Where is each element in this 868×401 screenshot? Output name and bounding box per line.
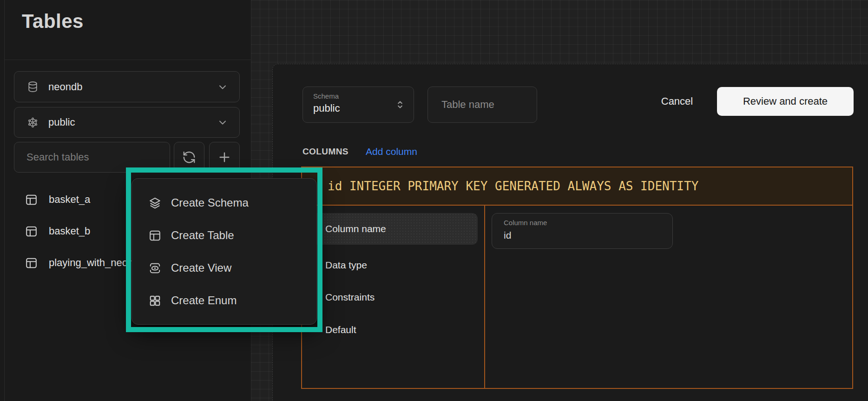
sidebar-divider bbox=[5, 60, 251, 60]
property-tab-label: Constraints bbox=[325, 292, 375, 303]
property-tab-label: Column name bbox=[325, 223, 386, 234]
table-icon bbox=[24, 224, 39, 239]
schema-field-value: public bbox=[313, 102, 340, 114]
column-name-input-label: Column name bbox=[504, 219, 547, 227]
columns-section-heading: COLUMNS bbox=[302, 147, 349, 157]
add-column-link[interactable]: Add column bbox=[366, 146, 417, 157]
table-icon bbox=[24, 193, 39, 207]
refresh-icon bbox=[182, 150, 196, 164]
property-tab-data-type[interactable]: Data type bbox=[307, 249, 478, 281]
tables-page: Tables neondb bbox=[0, 0, 868, 401]
add-table-button[interactable] bbox=[209, 142, 240, 173]
view-icon bbox=[148, 261, 162, 275]
property-tab-column-name[interactable]: Column name bbox=[307, 213, 478, 245]
column-name-input-value: id bbox=[504, 230, 511, 241]
layers-icon bbox=[148, 196, 162, 210]
menu-item-label: Create Schema bbox=[171, 196, 249, 209]
sidebar-left-border bbox=[4, 0, 5, 401]
menu-item-create-view[interactable]: Create View bbox=[132, 252, 316, 284]
schema-field-select[interactable]: Schema public bbox=[302, 87, 414, 123]
refresh-tables-button[interactable] bbox=[174, 142, 204, 173]
schema-select-value: public bbox=[48, 116, 208, 128]
column-editor-body: Column name Data type Constraints Defaul… bbox=[302, 206, 852, 388]
menu-item-create-enum[interactable]: Create Enum bbox=[132, 284, 316, 317]
chevrons-up-down-icon bbox=[394, 99, 406, 111]
chevron-down-icon bbox=[217, 117, 228, 128]
column-detail-pane: Column name id bbox=[485, 206, 852, 388]
property-tab-default[interactable]: Default bbox=[307, 314, 478, 346]
cancel-button[interactable]: Cancel bbox=[650, 91, 704, 112]
menu-item-label: Create Enum bbox=[171, 294, 237, 307]
schema-icon bbox=[26, 116, 39, 129]
create-context-menu: Create Schema Create Table Create View bbox=[132, 178, 317, 325]
database-icon bbox=[26, 80, 39, 93]
menu-item-label: Create View bbox=[171, 261, 231, 274]
chevron-down-icon bbox=[217, 81, 228, 93]
table-name-input[interactable] bbox=[427, 87, 537, 123]
schema-select[interactable]: public bbox=[14, 107, 240, 138]
review-and-create-button[interactable]: Review and create bbox=[717, 87, 854, 116]
page-title: Tables bbox=[22, 10, 84, 33]
table-name: basket_a bbox=[49, 194, 90, 206]
menu-item-create-schema[interactable]: Create Schema bbox=[132, 187, 316, 219]
menu-item-label: Create Table bbox=[171, 229, 234, 242]
column-name-input[interactable]: Column name id bbox=[492, 213, 673, 249]
property-tab-label: Default bbox=[325, 324, 356, 335]
property-tab-constraints[interactable]: Constraints bbox=[307, 281, 478, 313]
table-name: basket_b bbox=[49, 225, 90, 237]
plus-icon bbox=[217, 150, 232, 165]
search-tables-input[interactable] bbox=[14, 142, 170, 173]
table-icon bbox=[24, 256, 39, 270]
schema-field-label: Schema bbox=[313, 92, 339, 100]
enum-icon bbox=[148, 294, 162, 308]
database-select-value: neondb bbox=[48, 81, 208, 93]
property-tab-label: Data type bbox=[325, 260, 367, 271]
column-properties-pane: Column name Data type Constraints Defaul… bbox=[302, 206, 484, 388]
table-name: playing_with_neon bbox=[49, 257, 133, 269]
table-icon bbox=[148, 228, 162, 243]
column-sql-preview: id INTEGER PRIMARY KEY GENERATED ALWAYS … bbox=[302, 167, 852, 206]
menu-item-create-table[interactable]: Create Table bbox=[132, 219, 316, 252]
column-editor: id INTEGER PRIMARY KEY GENERATED ALWAYS … bbox=[301, 167, 853, 389]
database-select[interactable]: neondb bbox=[14, 71, 240, 102]
